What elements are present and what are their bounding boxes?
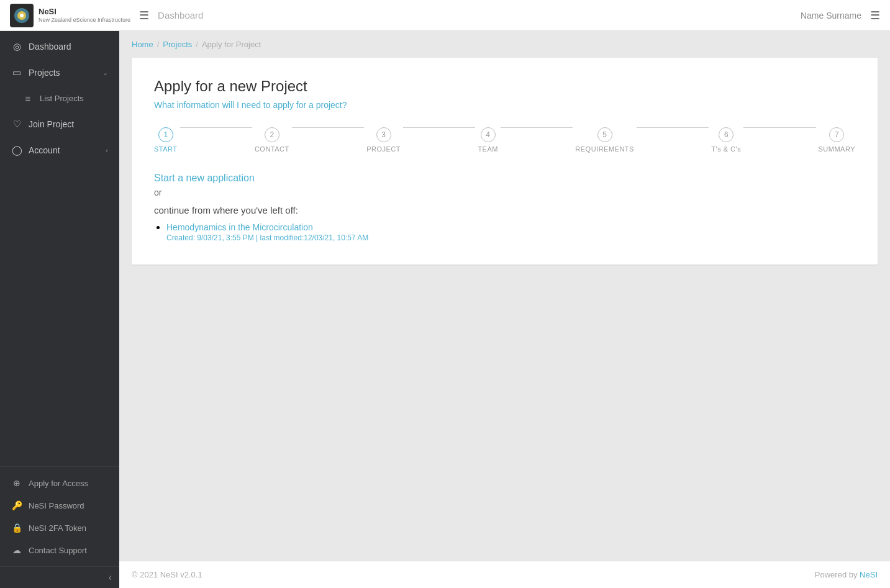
sidebar-item-dashboard[interactable]: ◎ Dashboard: [0, 34, 119, 60]
sidebar-label-join-project: Join Project: [29, 119, 108, 129]
hamburger-icon[interactable]: ☰: [139, 9, 149, 22]
breadcrumb-sep-2: /: [196, 40, 198, 49]
step-line-3: [501, 127, 573, 128]
content-area: Home / Projects / Apply for Project Appl…: [119, 31, 890, 588]
breadcrumb-sep-1: /: [157, 40, 160, 49]
step-3[interactable]: 3PROJECT: [366, 127, 401, 153]
topbar-page-title: Dashboard: [158, 10, 203, 20]
sidebar-label-list-projects: List Projects: [40, 94, 108, 103]
step-num-5: 5: [597, 127, 612, 142]
step-label-5: REQUIREMENTS: [575, 145, 634, 153]
continue-text: continue from where you've left off:: [154, 205, 855, 215]
step-line-0: [180, 127, 252, 128]
step-label-7: SUMMARY: [819, 145, 856, 153]
contact-support-icon: ☁: [11, 545, 22, 555]
footer: © 2021 NeSI v2.0.1 Powered by NeSI: [119, 561, 890, 588]
step-line-1: [292, 127, 364, 128]
step-num-1: 1: [158, 127, 173, 142]
contact-support-label: Contact Support: [29, 546, 87, 555]
application-link-0[interactable]: Hemodynamics in the Microcirculation: [166, 222, 855, 232]
sidebar-item-contact-support[interactable]: ☁ Contact Support: [0, 539, 119, 561]
sidebar-collapse-button[interactable]: ‹: [0, 566, 119, 588]
apply-access-icon: ⊕: [11, 478, 22, 488]
step-num-2: 2: [265, 127, 279, 142]
sidebar-item-account[interactable]: ◯ Account ‹: [0, 137, 119, 163]
footer-powered-by: Powered by NeSI: [815, 570, 878, 579]
topbar-left: NeSI New Zealand eScience Infrastructure…: [10, 4, 203, 27]
sidebar-label-dashboard: Dashboard: [29, 42, 108, 52]
topbar-right: Name Surname ☰: [801, 9, 880, 22]
account-icon: ◯: [11, 145, 22, 156]
topbar: NeSI New Zealand eScience Infrastructure…: [0, 0, 890, 31]
projects-chevron: ⌄: [102, 69, 108, 77]
footer-nesi-link[interactable]: NeSI: [860, 570, 878, 579]
application-list: Hemodynamics in the MicrocirculationCrea…: [166, 222, 855, 242]
nesi-password-label: NeSI Password: [29, 501, 84, 510]
logo-text-block: NeSI New Zealand eScience Infrastructure: [39, 7, 130, 22]
sidebar-bottom: ⊕ Apply for Access 🔑 NeSI Password 🔒 NeS…: [0, 466, 119, 566]
step-num-7: 7: [829, 127, 844, 142]
dashboard-icon: ◎: [11, 41, 22, 52]
list-item: Hemodynamics in the MicrocirculationCrea…: [166, 222, 855, 242]
sidebar-label-projects: Projects: [29, 68, 96, 78]
sidebar-item-projects[interactable]: ▭ Projects ⌄: [0, 60, 119, 86]
breadcrumb: Home / Projects / Apply for Project: [119, 31, 890, 58]
breadcrumb-current: Apply for Project: [202, 40, 261, 49]
step-6[interactable]: 6T's & C's: [711, 127, 741, 153]
new-application-link[interactable]: Start a new application: [154, 173, 855, 184]
step-2[interactable]: 2CONTACT: [255, 127, 289, 153]
step-line-4: [637, 127, 709, 128]
step-label-1: START: [154, 145, 178, 153]
step-7[interactable]: 7SUMMARY: [819, 127, 856, 153]
step-label-3: PROJECT: [366, 145, 401, 153]
step-label-4: TEAM: [478, 145, 498, 153]
step-num-3: 3: [376, 127, 391, 142]
join-project-icon: ♡: [11, 119, 22, 130]
application-meta-0: Created: 9/03/21, 3:55 PM | last modifie…: [166, 233, 855, 242]
nesi-2fa-icon: 🔒: [11, 523, 22, 533]
card-subtitle[interactable]: What information will I need to apply fo…: [154, 100, 855, 110]
account-chevron: ‹: [106, 147, 108, 154]
step-line-2: [403, 127, 475, 128]
step-4[interactable]: 4TEAM: [478, 127, 498, 153]
sidebar-nav: ◎ Dashboard ▭ Projects ⌄ ≡ List Projects…: [0, 31, 119, 466]
step-num-4: 4: [481, 127, 496, 142]
username-label: Name Surname: [801, 11, 861, 20]
nesi-2fa-label: NeSI 2FA Token: [29, 523, 86, 533]
list-projects-icon: ≡: [22, 93, 34, 104]
collapse-icon: ‹: [109, 572, 112, 583]
sidebar-item-apply-access[interactable]: ⊕ Apply for Access: [0, 472, 119, 494]
main-layout: ◎ Dashboard ▭ Projects ⌄ ≡ List Projects…: [0, 31, 890, 588]
content-spacer: [119, 277, 890, 561]
main-card: Apply for a new Project What information…: [132, 58, 878, 265]
topbar-menu-icon[interactable]: ☰: [870, 9, 880, 22]
sidebar-item-nesi-2fa[interactable]: 🔒 NeSI 2FA Token: [0, 517, 119, 539]
sidebar-item-nesi-password[interactable]: 🔑 NeSI Password: [0, 494, 119, 517]
sidebar-label-account: Account: [29, 145, 99, 155]
sidebar: ◎ Dashboard ▭ Projects ⌄ ≡ List Projects…: [0, 31, 119, 588]
footer-copyright: © 2021 NeSI v2.0.1: [132, 570, 202, 579]
step-5[interactable]: 5REQUIREMENTS: [575, 127, 634, 153]
card-title: Apply for a new Project: [154, 78, 855, 95]
step-1[interactable]: 1START: [154, 127, 178, 153]
step-num-6: 6: [719, 127, 733, 142]
sidebar-item-join-project[interactable]: ♡ Join Project: [0, 111, 119, 137]
svg-point-2: [20, 14, 24, 17]
breadcrumb-home[interactable]: Home: [132, 40, 153, 49]
logo-name: NeSI: [39, 7, 130, 16]
logo: NeSI New Zealand eScience Infrastructure: [10, 4, 130, 27]
step-line-5: [743, 127, 815, 128]
breadcrumb-projects[interactable]: Projects: [163, 40, 192, 49]
or-text: or: [154, 188, 855, 197]
stepper: 1START2CONTACT3PROJECT4TEAM5REQUIREMENTS…: [154, 127, 855, 153]
nesi-password-icon: 🔑: [11, 500, 22, 510]
apply-access-label: Apply for Access: [29, 479, 88, 488]
step-label-2: CONTACT: [255, 145, 289, 153]
step-label-6: T's & C's: [711, 145, 741, 153]
sidebar-item-list-projects[interactable]: ≡ List Projects: [0, 86, 119, 111]
projects-icon: ▭: [11, 67, 22, 78]
logo-image: [10, 4, 34, 27]
logo-subtitle: New Zealand eScience Infrastructure: [39, 17, 130, 23]
